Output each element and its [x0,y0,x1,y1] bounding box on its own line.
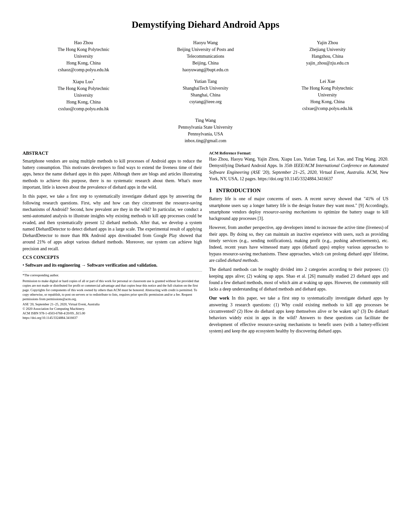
intro-para1: Battery life is one of major concerns of… [209,196,389,222]
left-column: ABSTRACT Smartphone vendors are using mu… [23,151,202,337]
authors-row3: Ting Wang Pennsylvania State University … [23,117,388,144]
right-column: ACM Reference Format: Hao Zhou, Haoyu Wa… [209,151,389,337]
acm-ref-heading: ACM Reference Format: [209,151,389,156]
author-hao-zhou: Hao Zhou The Hong Kong PolytechnicUniver… [23,39,144,73]
acm-ref-text: Hao Zhou, Haoyu Wang, Yajin Zhou, Xiapu … [209,156,389,182]
authors-row2: Xiapu Luo* The Hong Kong PolytechnicUniv… [23,78,388,112]
paper-title: Demystifying Diehard Android Apps [23,19,388,30]
permission-text: Permission to make digital or hard copie… [23,279,202,301]
author-yutian-tang: Yutian Tang ShanghaiTech University Shan… [144,78,266,112]
author-ting-wang: Ting Wang Pennsylvania State University … [178,117,233,144]
intro-para3: The diehard methods can be roughly divid… [209,266,389,292]
ccs-section: CCS CONCEPTS • Software and its engineer… [23,255,202,269]
footnote-star-label: *The corresponding author. [23,273,202,278]
intro-para2: However, from another perspective, app d… [209,224,389,264]
author-xiapu-luo: Xiapu Luo* The Hong Kong PolytechnicUniv… [23,78,144,112]
copyright: © 2020 Association for Computing Machine… [23,307,202,311]
authors-row1: Hao Zhou The Hong Kong PolytechnicUniver… [23,39,388,73]
abstract-heading: ABSTRACT [23,151,202,156]
intro-heading: 1 INTRODUCTION [209,187,389,194]
abstract-section: ABSTRACT Smartphone vendors are using mu… [23,151,202,252]
doi: https://doi.org/10.1145/3324884.3416637 [23,316,202,320]
intro-para4: Our work In this paper, we take a first … [209,295,389,334]
author-yajin-zhou: Yajin Zhou Zhejiang University Hangzhou,… [267,39,388,73]
author-haoyu-wang: Haoyu Wang Beijing University of Posts a… [144,39,266,73]
ccs-text: • Software and its engineering → Softwar… [23,262,202,269]
main-content: ABSTRACT Smartphone vendors are using mu… [23,151,388,337]
abstract-para1: Smartphone vendors are using multiple me… [23,158,202,191]
conf-info: ASE '20, September 21–25, 2020, Virtual … [23,302,202,307]
abstract-para2: In this paper, we take a first step to s… [23,193,202,252]
acm-ref-section: ACM Reference Format: Hao Zhou, Haoyu Wa… [209,151,389,182]
author-lei-xue: Lei Xue The Hong Kong PolytechnicUnivers… [267,78,388,112]
isbn: ACM ISBN 978-1-4503-6768-4/20/09...$15.0… [23,311,202,316]
footnote-block: *The corresponding author. Permission to… [23,271,202,320]
ccs-heading: CCS CONCEPTS [23,255,202,260]
introduction-section: 1 INTRODUCTION Battery life is one of ma… [209,187,389,334]
